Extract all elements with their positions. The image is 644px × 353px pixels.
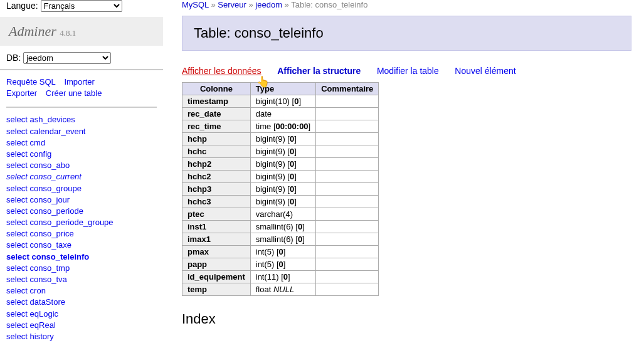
table-row: imax1smallint(6) [0]: [182, 233, 379, 246]
table-row: timestampbigint(10) [0]: [182, 95, 379, 108]
table-link[interactable]: select calendar_event: [6, 126, 157, 137]
cell-comment: [316, 233, 379, 246]
cell-column: hchp: [182, 133, 251, 145]
table-link[interactable]: select ash_devices: [6, 114, 157, 125]
app-name: Adminer: [9, 23, 56, 39]
table-link[interactable]: select config: [6, 149, 157, 160]
table-row: pappint(5) [0]: [182, 258, 379, 271]
cell-type: bigint(9) [0]: [250, 133, 315, 145]
cell-type: varchar(4): [250, 208, 315, 221]
table-row: hchcbigint(9) [0]: [182, 145, 379, 158]
db-label: DB:: [6, 53, 21, 63]
cell-column: ptec: [182, 208, 251, 221]
cell-comment: [316, 246, 379, 258]
db-select[interactable]: jeedom: [23, 52, 111, 64]
table-row: rec_timetime [00:00:00]: [182, 120, 379, 133]
language-select[interactable]: Français: [41, 0, 122, 12]
cell-type: int(11) [0]: [250, 271, 315, 283]
cell-type: bigint(9) [0]: [250, 145, 315, 158]
cell-column: papp: [182, 258, 251, 271]
table-link[interactable]: select conso_periode_groupe: [6, 217, 157, 228]
cell-comment: [316, 108, 379, 120]
table-link[interactable]: select cron: [6, 285, 157, 297]
table-row: hchc2bigint(9) [0]: [182, 171, 379, 183]
cell-column: pmax: [182, 246, 251, 258]
tabs: Afficher les données Afficher la structu…: [182, 66, 631, 82]
link-sql-query[interactable]: Requête SQL: [6, 77, 56, 87]
cell-column: hchp3: [182, 183, 251, 196]
table-link[interactable]: select conso_teleinfo: [6, 251, 157, 263]
cell-type: int(5) [0]: [250, 246, 315, 258]
table-row: hchp3bigint(9) [0]: [182, 183, 379, 196]
breadcrumb-table: conso_teleinfo: [315, 0, 368, 9]
cell-comment: [316, 145, 379, 158]
breadcrumb-mysql[interactable]: MySQL: [182, 0, 209, 9]
cell-type: bigint(9) [0]: [250, 196, 315, 208]
table-row: tempfloat NULL: [182, 283, 379, 296]
cell-column: timestamp: [182, 95, 251, 108]
cell-comment: [316, 208, 379, 221]
breadcrumb-db[interactable]: jeedom: [255, 0, 282, 9]
table-row: rec_datedate: [182, 108, 379, 120]
cell-type: smallint(6) [0]: [250, 221, 315, 233]
tab-new-item[interactable]: Nouvel élément: [455, 66, 515, 76]
table-link[interactable]: select history: [6, 331, 157, 342]
cell-column: rec_date: [182, 108, 251, 120]
cell-column: imax1: [182, 233, 251, 246]
cell-type: float NULL: [250, 283, 315, 296]
table-row: hchc3bigint(9) [0]: [182, 196, 379, 208]
page-title: Table: conso_teleinfo: [182, 16, 631, 51]
table-link[interactable]: select eqLogic: [6, 308, 157, 320]
cell-type: date: [250, 108, 315, 120]
cell-comment: [316, 283, 379, 296]
table-link[interactable]: select eqReal: [6, 320, 157, 331]
cell-column: hchc: [182, 145, 251, 158]
cell-column: hchc3: [182, 196, 251, 208]
cell-column: rec_time: [182, 120, 251, 133]
tab-show-structure[interactable]: Afficher la structure: [277, 66, 361, 76]
cell-comment: [316, 120, 379, 133]
link-create-table[interactable]: Créer une table: [46, 88, 102, 98]
cell-type: smallint(6) [0]: [250, 233, 315, 246]
col-header-type: Type: [250, 83, 315, 95]
index-heading: Index: [182, 311, 631, 327]
cell-comment: [316, 271, 379, 283]
table-link[interactable]: select conso_groupe: [6, 183, 157, 194]
table-link[interactable]: select cmd: [6, 137, 157, 149]
link-export[interactable]: Exporter: [6, 88, 37, 98]
breadcrumb: MySQL » Serveur » jeedom » Table: conso_…: [182, 0, 631, 16]
table-link[interactable]: select conso_current: [6, 171, 157, 182]
table-link[interactable]: select conso_taxe: [6, 240, 157, 251]
cell-column: hchp2: [182, 158, 251, 171]
table-row: pmaxint(5) [0]: [182, 246, 379, 258]
cell-comment: [316, 258, 379, 271]
cell-comment: [316, 95, 379, 108]
cell-type: bigint(9) [0]: [250, 158, 315, 171]
cell-column: id_equipement: [182, 271, 251, 283]
table-row: ptecvarchar(4): [182, 208, 379, 221]
schema-table: Colonne Type Commentaire timestampbigint…: [182, 82, 379, 296]
cell-comment: [316, 133, 379, 145]
table-link[interactable]: select conso_abo: [6, 160, 157, 171]
cell-comment: [316, 221, 379, 233]
table-link[interactable]: select conso_tmp: [6, 263, 157, 274]
table-row: id_equipementint(11) [0]: [182, 271, 379, 283]
col-header-comment: Commentaire: [316, 83, 379, 95]
table-row: inst1smallint(6) [0]: [182, 221, 379, 233]
cell-comment: [316, 196, 379, 208]
tab-show-data[interactable]: Afficher les données: [182, 66, 261, 76]
table-row: hchp2bigint(9) [0]: [182, 158, 379, 171]
cell-column: hchc2: [182, 171, 251, 183]
table-link[interactable]: select conso_tva: [6, 274, 157, 285]
cell-type: bigint(10) [0]: [250, 95, 315, 108]
app-title: Adminer 4.8.1: [0, 17, 163, 46]
table-link[interactable]: select conso_periode: [6, 206, 157, 217]
link-import[interactable]: Importer: [64, 77, 94, 87]
tab-modify-table[interactable]: Modifier la table: [377, 66, 439, 76]
table-link[interactable]: select conso_jour: [6, 194, 157, 206]
table-link[interactable]: select dataStore: [6, 297, 157, 308]
table-list: select ash_devicesselect calendar_events…: [0, 114, 163, 342]
cell-comment: [316, 171, 379, 183]
table-link[interactable]: select conso_price: [6, 228, 157, 240]
breadcrumb-server[interactable]: Serveur: [218, 0, 246, 9]
